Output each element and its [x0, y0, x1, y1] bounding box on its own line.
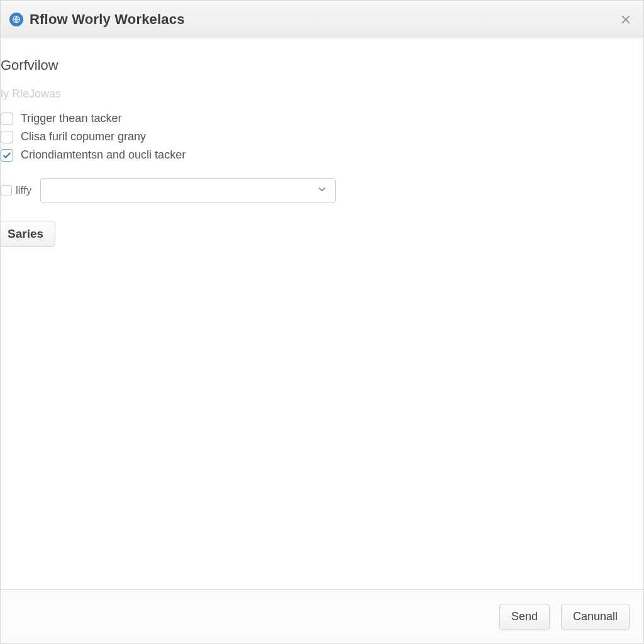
dropdown-select[interactable]: [40, 178, 336, 203]
dialog-footer: Send Canunall: [1, 589, 643, 643]
option-checkbox-trigger[interactable]: [1, 113, 13, 125]
chevron-down-icon: [316, 184, 328, 197]
garies-button-label: Saries: [8, 227, 43, 241]
option-checkbox-criond[interactable]: [1, 149, 13, 162]
select-row: liffy: [1, 178, 635, 203]
garies-wrap: Saries: [1, 221, 635, 247]
option-row: Trigger thean tacker: [1, 112, 635, 125]
cancel-button[interactable]: Canunall: [561, 604, 630, 630]
app-globe-icon: [9, 13, 23, 26]
option-label: Clisa furil copumer grany: [21, 130, 146, 143]
close-button[interactable]: [617, 11, 635, 28]
titlebar: Rflow Worly Workelacs: [1, 1, 643, 38]
section-title: Gorfvilow: [1, 57, 635, 74]
mini-checkbox[interactable]: [1, 185, 12, 196]
check-icon: [2, 150, 12, 160]
mini-option: liffy: [1, 184, 31, 197]
option-row: Clisa furil copumer grany: [1, 130, 635, 143]
close-icon: [619, 13, 632, 26]
garies-button[interactable]: Saries: [1, 221, 55, 247]
option-label: Trigger thean tacker: [21, 112, 121, 125]
send-button-label: Send: [511, 610, 538, 623]
dialog-content: Gorfvilow ly RleJowas Trigger thean tack…: [1, 38, 643, 589]
dialog-window: Rflow Worly Workelacs Gorfvilow ly RleJo…: [0, 0, 644, 644]
option-row: Criondiamtentsn and oucli tacker: [1, 148, 635, 162]
cancel-button-label: Canunall: [573, 610, 618, 623]
dialog-title: Rflow Worly Workelacs: [30, 11, 185, 28]
section-hint: ly RleJowas: [1, 87, 635, 101]
send-button[interactable]: Send: [499, 604, 550, 630]
option-checkbox-clisa[interactable]: [1, 131, 13, 143]
mini-option-label: liffy: [16, 184, 31, 197]
option-label: Criondiamtentsn and oucli tacker: [21, 148, 186, 162]
